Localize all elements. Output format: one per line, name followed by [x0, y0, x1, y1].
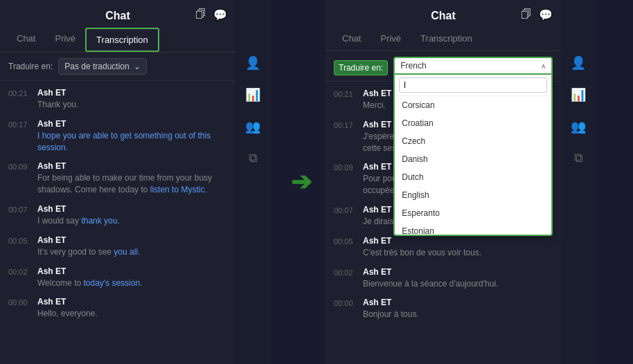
msg-text: Thank you. [37, 99, 78, 111]
table-row: 00:02 Ash ET Bienvenue à la séance d'auj… [334, 267, 553, 290]
tab-transcription-right[interactable]: Transcription [411, 28, 482, 51]
msg-time: 00:21 [8, 89, 30, 111]
msg-content: Ash ET For being able to make our time f… [37, 161, 227, 196]
main-container: Chat 🗍 💬 Chat Privé Transcription Tradui… [0, 0, 633, 364]
group-icon-right[interactable]: 👥 [571, 119, 586, 134]
table-row: 00:00 Ash ET Hello, everyone. [8, 297, 227, 320]
msg-text: C'est très bon de vous voir tous. [363, 247, 481, 259]
tab-prive-right[interactable]: Privé [371, 28, 411, 51]
left-sidebar-icons: 👤 📊 👥 ⧉ [235, 0, 270, 364]
list-item[interactable]: English [395, 186, 551, 204]
layers-icon-right[interactable]: ⧉ [574, 151, 583, 165]
left-translate-label: Traduire en: [8, 62, 53, 71]
table-row: 00:02 Ash ET Welcome to today's session. [8, 266, 227, 289]
msg-time: 00:09 [334, 163, 356, 197]
msg-author: Ash ET [37, 266, 142, 276]
msg-text: Hello, everyone. [37, 308, 98, 320]
table-row: 00:05 Ash ET C'est très bon de vous voir… [334, 236, 553, 259]
right-sidebar-icons: 👤 📊 👥 ⧉ [561, 0, 596, 364]
msg-text: I hope you are able to get something out… [37, 130, 227, 154]
list-item[interactable]: Corsican [395, 96, 551, 114]
document-icon[interactable]: 🗍 [195, 8, 206, 21]
msg-time: 00:07 [334, 206, 356, 228]
msg-author: Ash ET [37, 119, 227, 129]
dropdown-items: Corsican Croatian Czech Danish Dutch Eng… [395, 96, 551, 235]
msg-author: Ash ET [37, 297, 98, 307]
msg-content: Ash ET I would say thank you. [37, 204, 120, 227]
dropdown-header[interactable]: French ∧ [393, 57, 553, 75]
tab-transcription-left[interactable]: Transcription [85, 28, 159, 52]
list-item[interactable]: Esperanto [395, 204, 551, 222]
msg-time: 00:07 [8, 206, 30, 227]
msg-content: Ash ET Merci. [363, 89, 391, 111]
right-panel-title: Chat [431, 10, 456, 22]
list-item[interactable]: Czech [395, 132, 551, 150]
person-icon-right[interactable]: 👤 [571, 55, 586, 71]
msg-time: 00:02 [334, 269, 356, 290]
left-wrapper: Chat 🗍 💬 Chat Privé Transcription Tradui… [0, 0, 277, 364]
msg-author: Ash ET [37, 204, 120, 214]
left-panel-header: Chat 🗍 💬 [0, 0, 235, 28]
dropdown-search-input[interactable] [399, 78, 547, 93]
left-translate-bar: Traduire en: Pas de traduction ⌄ [0, 53, 235, 81]
table-row: 00:05 Ash ET It's very good to see you a… [8, 235, 227, 258]
tab-chat-left[interactable]: Chat [7, 28, 45, 52]
table-row: 00:21 Ash ET Thank you. [8, 88, 227, 111]
msg-time: 00:17 [334, 121, 356, 154]
chat-bubble-icon-right[interactable]: 💬 [539, 8, 553, 21]
tab-prive-left[interactable]: Privé [45, 28, 85, 52]
document-icon-right[interactable]: 🗍 [521, 8, 532, 21]
msg-content: Ash ET C'est très bon de vous voir tous. [363, 236, 481, 259]
bar-chart-icon-right[interactable]: 📊 [571, 87, 586, 102]
msg-content: Ash ET I hope you are able to get someth… [37, 119, 227, 154]
dropdown-list: Corsican Croatian Czech Danish Dutch Eng… [393, 75, 553, 236]
right-tabs: Chat Privé Transcription [326, 28, 561, 51]
msg-author: Ash ET [363, 236, 481, 246]
list-item[interactable]: Estonian [395, 222, 551, 235]
left-tabs: Chat Privé Transcription [0, 28, 235, 53]
msg-time: 00:02 [8, 268, 30, 289]
list-item[interactable]: Dutch [395, 168, 551, 186]
right-translate-bar: Traduire en: French ∧ Corsican Croatian [326, 51, 561, 82]
msg-author: Ash ET [37, 88, 78, 98]
msg-text: Bonjour à tous. [363, 309, 419, 320]
list-item[interactable]: Croatian [395, 114, 551, 132]
table-row: 00:09 Ash ET For being able to make our … [8, 161, 227, 196]
msg-content: Ash ET It's very good to see you all. [37, 235, 140, 258]
msg-time: 00:00 [334, 299, 356, 320]
arrow-container: ➔ [277, 167, 326, 197]
layers-icon[interactable]: ⧉ [249, 151, 258, 165]
msg-text: It's very good to see you all. [37, 246, 140, 258]
msg-author: Ash ET [363, 298, 419, 307]
tab-chat-right[interactable]: Chat [332, 28, 371, 51]
msg-author: Ash ET [37, 161, 227, 171]
right-panel-header: Chat 🗍 💬 [326, 0, 561, 28]
msg-text: Bienvenue à la séance d'aujourd'hui. [363, 278, 498, 290]
table-row: 00:17 Ash ET I hope you are able to get … [8, 119, 227, 154]
msg-time: 00:05 [334, 237, 356, 259]
group-icon[interactable]: 👥 [245, 119, 260, 134]
list-item[interactable]: Danish [395, 150, 551, 168]
left-translate-select[interactable]: Pas de traduction ⌄ [58, 58, 146, 75]
left-panel-title: Chat [105, 10, 130, 22]
msg-text: For being able to make our time from you… [37, 172, 227, 196]
msg-content: Ash ET Hello, everyone. [37, 297, 98, 320]
msg-content: Ash ET Welcome to today's session. [37, 266, 142, 289]
table-row: 00:00 Ash ET Bonjour à tous. [334, 298, 553, 320]
left-messages: 00:21 Ash ET Thank you. 00:17 Ash ET I h… [0, 81, 235, 364]
chevron-up-icon: ∧ [541, 62, 546, 70]
chevron-down-icon: ⌄ [134, 62, 141, 71]
bar-chart-icon[interactable]: 📊 [245, 87, 260, 102]
language-dropdown[interactable]: French ∧ Corsican Croatian Czech Danish … [393, 57, 553, 75]
chat-bubble-icon[interactable]: 💬 [213, 8, 227, 21]
right-wrapper: Chat 🗍 💬 Chat Privé Transcription Tradui… [326, 0, 603, 364]
left-panel-icons: 🗍 💬 [195, 8, 227, 21]
msg-content: Ash ET Bonjour à tous. [363, 298, 419, 320]
dropdown-selected-value: French [400, 61, 426, 71]
right-arrow-icon: ➔ [291, 167, 312, 197]
msg-time: 00:05 [8, 237, 30, 258]
msg-content: Ash ET Thank you. [37, 88, 78, 111]
dropdown-search-container [395, 75, 551, 96]
table-row: 00:07 Ash ET I would say thank you. [8, 204, 227, 227]
person-icon[interactable]: 👤 [245, 55, 260, 71]
